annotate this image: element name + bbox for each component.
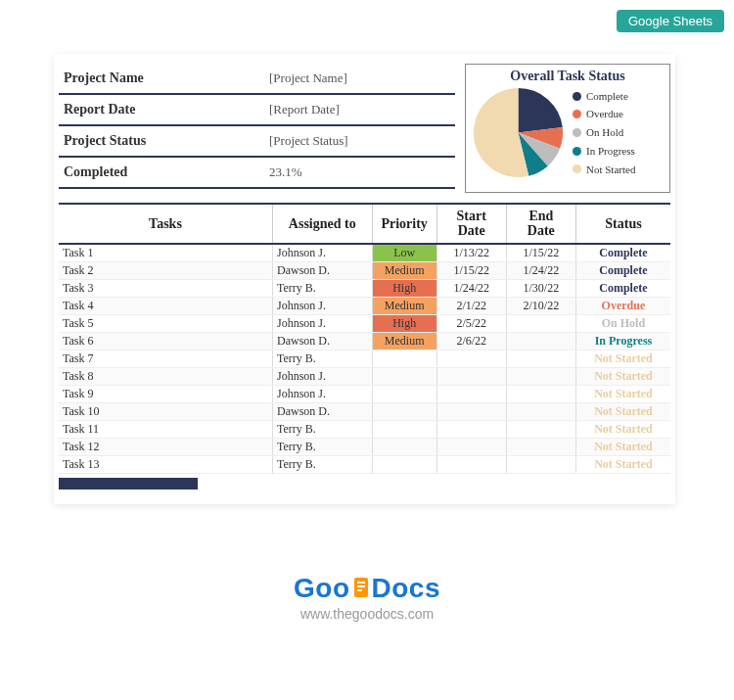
legend-label: Overdue <box>586 105 623 123</box>
overall-status-chart: Overall Task Status CompleteOverdueOn Ho… <box>465 64 670 193</box>
table-row: Task 2Dawson D.Medium1/15/221/24/22Compl… <box>59 261 670 279</box>
pie-chart-icon <box>472 86 565 179</box>
task-name-cell: Task 6 <box>59 332 272 350</box>
legend-swatch <box>573 110 581 118</box>
start-date-cell <box>436 455 506 473</box>
start-date-cell <box>436 350 506 367</box>
end-date-cell <box>506 438 575 455</box>
assigned-cell: Dawson D. <box>272 332 372 350</box>
end-date-cell <box>506 314 575 332</box>
table-row: Task 7Terry B.Not Started <box>59 350 670 367</box>
table-row: Task 4Johnson J.Medium2/1/222/10/22Overd… <box>59 297 670 314</box>
chart-title: Overall Task Status <box>472 69 664 84</box>
legend-item: Complete <box>573 87 635 106</box>
legend-item: On Hold <box>573 123 635 142</box>
chart-legend: CompleteOverdueOn HoldIn ProgressNot Sta… <box>573 87 635 178</box>
task-name-cell: Task 7 <box>59 350 272 367</box>
legend-swatch <box>573 92 581 101</box>
col-start: StartDate <box>436 204 506 244</box>
task-name-cell: Task 12 <box>59 438 272 455</box>
priority-cell <box>372 367 436 385</box>
task-name-cell: Task 4 <box>59 297 272 314</box>
priority-cell: High <box>372 314 436 332</box>
table-row: Task 6Dawson D.Medium2/6/22In Progress <box>59 332 670 350</box>
col-assigned: Assigned to <box>272 204 372 244</box>
logo-part-docs: Docs <box>372 573 440 603</box>
goodocs-logo: GooDocs <box>0 573 734 604</box>
status-cell: Overdue <box>575 297 670 314</box>
assigned-cell: Johnson J. <box>272 244 372 262</box>
meta-label: Report Date <box>59 102 269 117</box>
end-date-cell <box>506 420 575 438</box>
task-name-cell: Task 3 <box>59 279 272 297</box>
meta-row: Project Status[Project Status] <box>59 126 455 158</box>
col-status: Status <box>575 204 670 244</box>
legend-swatch <box>573 164 581 173</box>
priority-cell: Medium <box>372 332 436 350</box>
meta-label: Completed <box>59 164 269 180</box>
start-date-cell: 2/6/22 <box>436 332 506 350</box>
spreadsheet-container: Project Name[Project Name]Report Date[Re… <box>54 54 675 504</box>
task-name-cell: Task 11 <box>59 420 272 438</box>
start-date-cell <box>436 385 506 402</box>
assigned-cell: Terry B. <box>272 350 372 367</box>
priority-cell <box>372 438 436 455</box>
priority-cell <box>372 455 436 473</box>
google-sheets-badge: Google Sheets <box>617 10 724 32</box>
status-cell: Complete <box>575 244 670 262</box>
end-date-cell: 1/30/22 <box>506 279 575 297</box>
meta-value: [Project Status] <box>269 133 455 149</box>
meta-value: 23.1% <box>269 164 455 180</box>
legend-swatch <box>573 128 581 137</box>
start-date-cell <box>436 402 506 420</box>
priority-cell: Low <box>372 244 436 262</box>
status-cell: Complete <box>575 279 670 297</box>
status-cell: Not Started <box>575 385 670 402</box>
goodocs-branding: GooDocs www.thegoodocs.com <box>0 573 734 622</box>
status-cell: On Hold <box>575 314 670 332</box>
start-date-cell: 2/5/22 <box>436 314 506 332</box>
legend-label: On Hold <box>586 123 623 142</box>
status-cell: Not Started <box>575 455 670 473</box>
priority-cell <box>372 402 436 420</box>
end-date-cell: 1/24/22 <box>506 261 575 279</box>
meta-row: Project Name[Project Name] <box>59 64 455 95</box>
legend-item: In Progress <box>573 142 635 161</box>
end-date-cell <box>506 402 575 420</box>
task-name-cell: Task 8 <box>59 367 272 385</box>
status-cell: Not Started <box>575 438 670 455</box>
footer-accent-bar <box>59 478 198 490</box>
task-name-cell: Task 9 <box>59 385 272 402</box>
status-cell: In Progress <box>575 332 670 350</box>
start-date-cell <box>436 420 506 438</box>
assigned-cell: Terry B. <box>272 279 372 297</box>
table-row: Task 13Terry B.Not Started <box>59 455 670 473</box>
meta-value: [Project Name] <box>269 70 455 86</box>
priority-cell: High <box>372 279 436 297</box>
status-cell: Not Started <box>575 367 670 385</box>
table-row: Task 1Johnson J.Low1/13/221/15/22Complet… <box>59 244 670 262</box>
task-name-cell: Task 5 <box>59 314 272 332</box>
task-name-cell: Task 10 <box>59 402 272 420</box>
assigned-cell: Johnson J. <box>272 297 372 314</box>
start-date-cell <box>436 438 506 455</box>
table-row: Task 12Terry B.Not Started <box>59 438 670 455</box>
priority-cell <box>372 350 436 367</box>
legend-swatch <box>573 147 581 156</box>
col-end: EndDate <box>506 204 575 244</box>
meta-label: Project Status <box>59 133 269 149</box>
svg-rect-2 <box>357 585 365 587</box>
priority-cell: Medium <box>372 297 436 314</box>
assigned-cell: Johnson J. <box>272 367 372 385</box>
end-date-cell: 2/10/22 <box>506 297 575 314</box>
task-name-cell: Task 13 <box>59 455 272 473</box>
assigned-cell: Johnson J. <box>272 385 372 402</box>
start-date-cell: 2/1/22 <box>436 297 506 314</box>
col-tasks: Tasks <box>59 204 272 244</box>
end-date-cell <box>506 350 575 367</box>
assigned-cell: Terry B. <box>272 420 372 438</box>
project-meta-table: Project Name[Project Name]Report Date[Re… <box>59 64 455 193</box>
end-date-cell: 1/15/22 <box>506 244 575 262</box>
table-row: Task 5Johnson J.High2/5/22On Hold <box>59 314 670 332</box>
svg-rect-1 <box>357 582 365 583</box>
